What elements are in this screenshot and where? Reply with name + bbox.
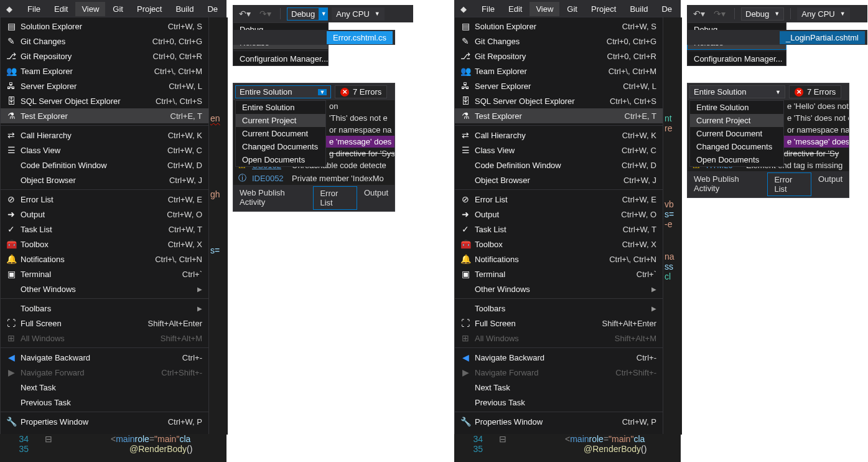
view-solution-explorer[interactable]: ▤Solution ExplorerCtrl+W, S — [1, 19, 208, 34]
fold-icon[interactable]: ⊟ — [36, 434, 61, 444]
menu-git[interactable]: Git — [561, 2, 584, 16]
scope-opt-open[interactable]: Open Documents — [690, 153, 783, 166]
config-combo[interactable]: Debug — [287, 7, 319, 21]
menu-edit[interactable]: Edit — [48, 2, 74, 16]
view-properties[interactable]: 🔧Properties WindowCtrl+W, P — [455, 414, 663, 429]
view-prev-task[interactable]: Previous Task — [1, 395, 208, 410]
view-toolbars[interactable]: Toolbars▶ — [455, 301, 663, 316]
view-full-screen[interactable]: ⛶Full ScreenShift+Alt+Enter — [1, 316, 208, 331]
menu-debug[interactable]: De — [655, 2, 678, 16]
error-scope-combo[interactable]: Entire Solution▼ — [235, 85, 331, 98]
tab-output[interactable]: Output — [812, 172, 849, 196]
menu-view[interactable]: View — [530, 2, 559, 16]
view-full-screen[interactable]: ⛶Full ScreenShift+Alt+Enter — [455, 316, 663, 331]
scope-opt-current-doc[interactable]: Current Document — [236, 127, 325, 140]
view-git-changes[interactable]: ✎Git ChangesCtrl+0, Ctrl+G — [455, 34, 663, 49]
scope-opt-current-doc[interactable]: Current Document — [690, 127, 783, 140]
error-scope-combo[interactable]: Entire Solution▼ — [689, 85, 785, 98]
menu-project[interactable]: Project — [131, 2, 168, 16]
undo-button[interactable]: ↶▾ — [691, 7, 707, 20]
menu-build[interactable]: Build — [169, 2, 200, 16]
config-opt-mgr[interactable]: Configuration Manager... — [233, 52, 328, 65]
menu-file[interactable]: File — [21, 2, 47, 16]
view-call-hierarchy[interactable]: ⇄Call HierarchyCtrl+W, K — [455, 128, 663, 143]
error-count-button[interactable]: ✕7 Errors — [335, 85, 387, 98]
menu-git[interactable]: Git — [106, 2, 129, 16]
redo-button[interactable]: ↷▾ — [257, 7, 274, 20]
view-object-browser[interactable]: Object BrowserCtrl+W, J — [455, 172, 663, 187]
view-code-def[interactable]: Code Definition WindowCtrl+W, D — [1, 158, 208, 172]
config-combo[interactable]: Debug▼ — [741, 7, 784, 21]
menu-edit[interactable]: Edit — [502, 2, 528, 16]
menu-file[interactable]: File — [475, 2, 501, 16]
view-output[interactable]: ➜OutputCtrl+W, O — [1, 207, 208, 222]
view-call-hierarchy[interactable]: ⇄Call HierarchyCtrl+W, K — [1, 128, 208, 143]
view-toolbars[interactable]: Toolbars▶ — [1, 301, 208, 316]
scope-opt-current-proj[interactable]: Current Project — [236, 114, 325, 127]
view-git-changes[interactable]: ✎Git ChangesCtrl+0, Ctrl+G — [1, 34, 208, 49]
view-toolbox[interactable]: 🧰ToolboxCtrl+W, X — [455, 237, 663, 252]
view-prev-task[interactable]: Previous Task — [455, 395, 663, 410]
view-solution-explorer[interactable]: ▤Solution ExplorerCtrl+W, S — [455, 19, 663, 34]
menu-project[interactable]: Project — [585, 2, 622, 16]
error-count-button[interactable]: ✕7 Errors — [789, 85, 841, 98]
view-task-list[interactable]: ✓Task ListCtrl+W, T — [1, 222, 208, 237]
view-object-browser[interactable]: Object BrowserCtrl+W, J — [1, 172, 208, 187]
redo-button[interactable]: ↷▾ — [711, 7, 728, 20]
tab-error-list[interactable]: Error List — [767, 172, 811, 196]
error-partial[interactable]: e 'message' does — [329, 137, 391, 146]
view-git-repository[interactable]: ⎇Git RepositoryCtrl+0, Ctrl+R — [455, 49, 663, 64]
scope-opt-current-proj[interactable]: Current Project — [690, 114, 783, 127]
view-notifications[interactable]: 🔔NotificationsCtrl+\, Ctrl+N — [1, 252, 208, 266]
view-git-repository[interactable]: ⎇Git RepositoryCtrl+0, Ctrl+R — [1, 49, 208, 64]
view-other-windows[interactable]: Other Windows▶ — [455, 281, 663, 296]
view-class-view[interactable]: ☰Class ViewCtrl+W, C — [1, 143, 208, 158]
menu-debug[interactable]: De — [201, 2, 224, 16]
tab-web-publish[interactable]: Web Publish Activity — [688, 172, 767, 196]
view-test-explorer[interactable]: ⚗Test ExplorerCtrl+E, T — [1, 108, 208, 123]
tab-error-list[interactable]: Error List — [313, 186, 357, 210]
error-row[interactable]: ⓘIDE0052Private member 'IndexMo — [233, 171, 394, 185]
platform-combo[interactable]: Any CPU▼ — [797, 7, 849, 21]
view-nav-back[interactable]: ◀Navigate BackwardCtrl+- — [455, 350, 663, 365]
view-toolbox[interactable]: 🧰ToolboxCtrl+W, X — [1, 237, 208, 252]
tab-output[interactable]: Output — [358, 186, 394, 210]
view-code-def[interactable]: Code Definition WindowCtrl+W, D — [455, 158, 663, 172]
toolbar: ↶▾ ↷▾ Debug ▼ Any CPU▼ — [233, 5, 413, 22]
view-class-view[interactable]: ☰Class ViewCtrl+W, C — [455, 143, 663, 158]
config-caret[interactable]: ▼ — [319, 7, 328, 21]
scope-opt-changed[interactable]: Changed Documents — [690, 140, 783, 153]
config-opt-mgr[interactable]: Configuration Manager... — [688, 52, 786, 65]
menu-view[interactable]: View — [75, 2, 105, 16]
tab-web-publish[interactable]: Web Publish Activity — [233, 186, 312, 210]
scope-opt-entire[interactable]: Entire Solution — [236, 101, 325, 114]
view-notifications[interactable]: 🔔NotificationsCtrl+\, Ctrl+N — [455, 252, 663, 266]
view-properties[interactable]: 🔧Properties WindowCtrl+W, P — [1, 414, 208, 429]
view-team-explorer[interactable]: 👥Team ExplorerCtrl+\, Ctrl+M — [1, 64, 208, 78]
scope-opt-entire[interactable]: Entire Solution — [690, 101, 783, 114]
view-team-explorer[interactable]: 👥Team ExplorerCtrl+\, Ctrl+M — [455, 64, 663, 78]
view-nav-back[interactable]: ◀Navigate BackwardCtrl+- — [1, 350, 208, 365]
view-task-list[interactable]: ✓Task ListCtrl+W, T — [455, 222, 663, 237]
scope-opt-open[interactable]: Open Documents — [236, 153, 325, 166]
undo-button[interactable]: ↶▾ — [236, 7, 253, 20]
view-sql-explorer[interactable]: 🗄SQL Server Object ExplorerCtrl+\, Ctrl+… — [455, 93, 663, 108]
view-output[interactable]: ➜OutputCtrl+W, O — [455, 207, 663, 222]
view-sql-explorer[interactable]: 🗄SQL Server Object ExplorerCtrl+\, Ctrl+… — [1, 93, 208, 108]
file-tab[interactable]: Error.cshtml.cs — [327, 31, 393, 44]
view-server-explorer[interactable]: 🖧Server ExplorerCtrl+W, L — [1, 78, 208, 93]
view-server-explorer[interactable]: 🖧Server ExplorerCtrl+W, L — [455, 78, 663, 93]
view-error-list[interactable]: ⊘Error ListCtrl+W, E — [1, 192, 208, 207]
view-next-task[interactable]: Next Task — [1, 380, 208, 395]
view-error-list[interactable]: ⊘Error ListCtrl+W, E — [455, 192, 663, 207]
view-terminal[interactable]: ▣TerminalCtrl+` — [1, 266, 208, 281]
view-test-explorer[interactable]: ⚗Test ExplorerCtrl+E, T — [455, 108, 663, 123]
platform-combo[interactable]: Any CPU▼ — [332, 7, 384, 21]
view-next-task[interactable]: Next Task — [455, 380, 663, 395]
error-partial: or namespace na — [329, 125, 391, 134]
view-terminal[interactable]: ▣TerminalCtrl+` — [455, 266, 663, 281]
view-other-windows[interactable]: Other Windows▶ — [1, 281, 208, 296]
scope-opt-changed[interactable]: Changed Documents — [236, 140, 325, 153]
menu-build[interactable]: Build — [623, 2, 654, 16]
file-tab[interactable]: _LoginPartial.cshtml — [780, 31, 865, 44]
